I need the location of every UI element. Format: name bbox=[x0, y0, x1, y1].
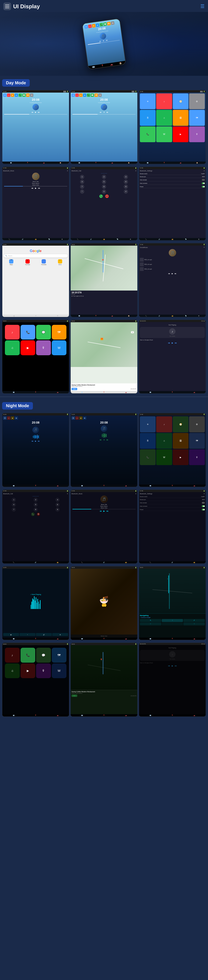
night-app-photos[interactable]: 🖼 bbox=[173, 433, 189, 449]
d2-nav-3[interactable]: 🚗 bbox=[112, 162, 113, 164]
night-carplay-waze[interactable]: W bbox=[52, 663, 67, 678]
coffee-nav-3[interactable]: 🚗 bbox=[125, 391, 127, 393]
night-np-prev[interactable]: ⏮ bbox=[168, 665, 170, 667]
n2-nav-1[interactable]: 📧 bbox=[81, 485, 83, 486]
night-nav-btn-2[interactable]: ↑ bbox=[162, 619, 183, 622]
night-app-safari[interactable]: 🧭 bbox=[173, 416, 189, 432]
google-app-translate[interactable]: T Translate bbox=[36, 259, 52, 265]
carplay-yt[interactable]: ▶ bbox=[20, 340, 35, 355]
bt-prev-btn[interactable]: ⏮ bbox=[32, 187, 33, 189]
night-np-next[interactable]: ⏭ bbox=[175, 665, 177, 667]
night-nav-btn-1[interactable]: ↖ bbox=[140, 619, 161, 622]
night-auto-answer-toggle[interactable] bbox=[202, 502, 205, 504]
nbt-nav-3[interactable]: 📻 bbox=[125, 562, 127, 563]
d3-nav-1[interactable]: 📧 bbox=[147, 162, 148, 164]
d3-nav-3[interactable]: 🚗 bbox=[180, 162, 181, 164]
night-carplay-msg[interactable]: 💬 bbox=[36, 648, 51, 663]
night-carplay-yt[interactable]: ▶ bbox=[20, 663, 35, 678]
app-podcast[interactable]: 🎙 bbox=[189, 126, 205, 142]
night-call-red[interactable]: 📵 bbox=[37, 512, 40, 516]
d2-play[interactable]: ⏸ bbox=[103, 111, 105, 113]
nc2-nav-2[interactable]: 📍 bbox=[103, 714, 105, 716]
auto-connect-toggle[interactable] bbox=[202, 183, 205, 184]
bt-play-btn[interactable]: ▶ bbox=[35, 187, 36, 189]
nav-gps[interactable]: 📍 bbox=[101, 64, 104, 67]
d1-nav-2[interactable]: 📍 bbox=[27, 162, 28, 164]
night-nav-btn-6[interactable]: → bbox=[183, 622, 205, 625]
nc2-nav-3[interactable]: 🚗 bbox=[125, 714, 127, 716]
d2-nav-1[interactable]: 📧 bbox=[79, 162, 80, 164]
d1-nav-3[interactable]: 🚗 bbox=[43, 162, 44, 164]
night-wave-icon-3[interactable]: 🔊 bbox=[36, 633, 52, 636]
play-btn[interactable]: ⏸ bbox=[102, 40, 104, 42]
d1-prev[interactable]: ⏮ bbox=[32, 111, 33, 113]
nnp-nav-1[interactable]: 📧 bbox=[150, 714, 151, 716]
track-item-3[interactable]: 华乐_03.mp3 bbox=[140, 267, 205, 271]
track-item-2[interactable]: 华乐_02.mp3 bbox=[140, 262, 205, 267]
dial-star[interactable]: * bbox=[80, 189, 84, 194]
d1-nav-4[interactable]: 🏠 bbox=[60, 162, 61, 164]
nh-nav-1[interactable]: 📧 bbox=[81, 638, 83, 640]
app-spotify[interactable]: ♫ bbox=[156, 110, 172, 126]
night-call-green[interactable]: 📞 bbox=[31, 512, 35, 516]
night-carplay-spotify[interactable]: ♫ bbox=[5, 663, 20, 678]
nh-nav-2[interactable]: 📍 bbox=[103, 638, 105, 640]
coffee-nav-2[interactable]: 📍 bbox=[103, 391, 105, 393]
nc2-nav-1[interactable]: 📧 bbox=[81, 714, 83, 716]
night-dial-9[interactable]: 9 bbox=[55, 508, 60, 512]
google-app-yt[interactable]: ▶ YouTube bbox=[20, 259, 35, 265]
bt-music-nav-1[interactable]: 📞 bbox=[9, 239, 10, 240]
app-telegram[interactable]: ✈ bbox=[140, 94, 156, 109]
n2-nav-2[interactable]: 📍 bbox=[103, 485, 105, 486]
n2-prev[interactable]: ⏮ bbox=[100, 439, 101, 441]
carplay-maps[interactable]: 🗺 bbox=[52, 325, 67, 340]
d1-nav-1[interactable]: 📧 bbox=[10, 162, 12, 164]
n1-next[interactable]: ⏭ bbox=[38, 440, 40, 442]
social-nav-5[interactable]: ⚙ bbox=[198, 315, 199, 317]
night-settings-back[interactable]: ✕ bbox=[203, 493, 205, 495]
carplay-waze[interactable]: W bbox=[52, 340, 67, 355]
night-carplay-phone[interactable]: 📞 bbox=[20, 648, 35, 663]
d3-nav-2[interactable]: 📍 bbox=[164, 162, 165, 164]
night-carplay-maps[interactable]: 🗺 bbox=[52, 648, 67, 663]
social-nav-4[interactable]: 📡 bbox=[185, 315, 187, 317]
night-nav-btn-3[interactable]: ↗ bbox=[183, 619, 205, 622]
track-item-1[interactable]: 华乐_01.mp3 bbox=[140, 257, 205, 262]
ns-nav-3[interactable]: 📻 bbox=[194, 562, 195, 563]
social-prev[interactable]: ⏮ bbox=[168, 273, 170, 275]
night-app-music[interactable]: ♪ bbox=[156, 416, 172, 432]
night-dial-3[interactable]: 3 bbox=[55, 498, 60, 502]
night-bt-next[interactable]: ⏭ bbox=[107, 510, 109, 512]
nav-home[interactable]: 🏠 bbox=[119, 62, 122, 65]
d2-next[interactable]: ⏭ bbox=[107, 111, 108, 113]
call-red[interactable]: 📵 bbox=[105, 194, 109, 198]
nnp-nav-3[interactable]: 🚗 bbox=[194, 714, 195, 716]
ns-nav-2[interactable]: 🔊 bbox=[172, 562, 173, 563]
nr-nav-2[interactable]: 📍 bbox=[172, 638, 173, 640]
night-dial-6[interactable]: 6 bbox=[55, 503, 60, 507]
map-nav-4[interactable]: 🏠 bbox=[128, 315, 129, 317]
ncp-nav-2[interactable]: 📍 bbox=[35, 714, 36, 716]
dial-1[interactable]: 1 bbox=[80, 175, 84, 179]
app-maps[interactable]: 🗺 bbox=[189, 110, 205, 126]
nav-auto[interactable]: 🚗 bbox=[110, 63, 113, 66]
app-safari[interactable]: 🧭 bbox=[173, 94, 189, 109]
settings-nav-2[interactable]: 🔊 bbox=[159, 239, 160, 240]
carplay-spotify[interactable]: ♫ bbox=[5, 340, 20, 355]
night-app-settings[interactable]: ⚙ bbox=[189, 416, 205, 432]
night-dial-4[interactable]: 4 bbox=[12, 503, 16, 507]
social-nav-1[interactable]: 📞 bbox=[145, 315, 147, 317]
np-prev[interactable]: ⏮ bbox=[168, 342, 170, 344]
carplay-music[interactable]: ♪ bbox=[5, 325, 20, 340]
carplay-nav-1[interactable]: 📧 bbox=[13, 391, 14, 393]
d2-nav-2[interactable]: 📍 bbox=[95, 162, 96, 164]
nc-nav-1[interactable]: 📞 bbox=[13, 562, 14, 563]
n1-prev[interactable]: ⏮ bbox=[32, 440, 33, 442]
bt-music-nav-2[interactable]: 🔊 bbox=[22, 239, 24, 240]
nw-nav-2[interactable]: 📍 bbox=[35, 638, 36, 640]
nw-nav-3[interactable]: 🚗 bbox=[57, 638, 58, 640]
nnp-nav-2[interactable]: 📍 bbox=[172, 714, 173, 716]
np-nav-3[interactable]: 🚗 bbox=[194, 391, 195, 393]
night-np-play[interactable]: ▶ bbox=[172, 665, 173, 667]
carplay-phone[interactable]: 📞 bbox=[20, 325, 35, 340]
